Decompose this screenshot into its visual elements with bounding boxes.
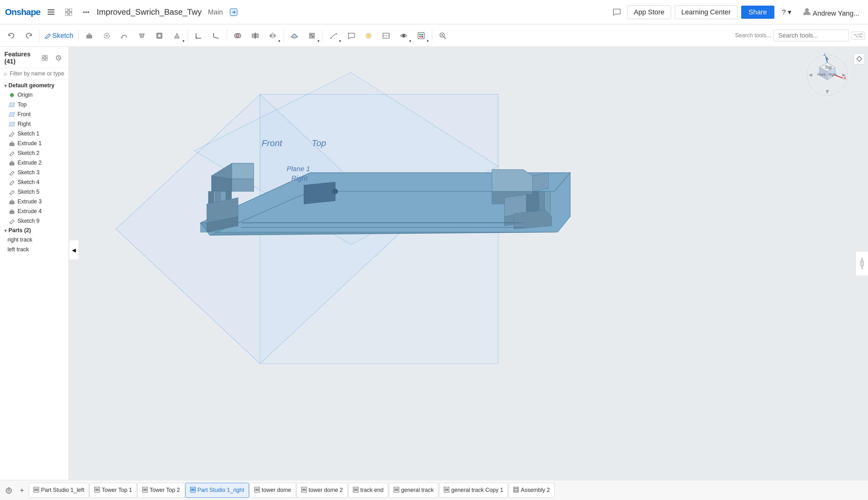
app-store-button[interactable]: App Store bbox=[627, 5, 671, 19]
svg-rect-122 bbox=[860, 261, 864, 266]
svg-line-57 bbox=[58, 58, 60, 58]
more-options-icon[interactable] bbox=[79, 5, 93, 19]
view-option-button-1[interactable] bbox=[854, 53, 865, 65]
toolbar-assembly-button[interactable]: ▾ bbox=[304, 27, 320, 44]
part-label-left-track: left track bbox=[8, 246, 29, 252]
feature-item-extrude3[interactable]: Extrude 3 bbox=[0, 197, 69, 206]
sidebar-collapse-toggle[interactable]: ◀ bbox=[69, 240, 79, 260]
feature-item-origin[interactable]: Origin bbox=[0, 90, 69, 100]
feature-item-front[interactable]: Front bbox=[0, 110, 69, 119]
feature-item-sketch9[interactable]: Sketch 9 bbox=[0, 216, 69, 226]
extrude-icon-3 bbox=[9, 199, 15, 205]
feature-item-top[interactable]: Top bbox=[0, 100, 69, 110]
section-parts[interactable]: ▾ Parts (2) bbox=[0, 226, 69, 235]
toolbar-fillet-button[interactable] bbox=[190, 27, 207, 44]
feature-label-sketch9: Sketch 9 bbox=[18, 218, 40, 224]
undo-button[interactable] bbox=[3, 27, 19, 44]
tab-general-track-copy-1[interactable]: general track Copy 1 bbox=[439, 483, 508, 498]
toolbar-plane-button[interactable] bbox=[286, 27, 302, 44]
feature-label-sketch5: Sketch 5 bbox=[18, 189, 40, 195]
toolbar-shell-button[interactable] bbox=[151, 27, 168, 44]
part-item-left-track[interactable]: left track bbox=[0, 245, 69, 254]
redo-button[interactable] bbox=[21, 27, 37, 44]
feature-item-sketch4[interactable]: Sketch 4 bbox=[0, 178, 69, 187]
grid-icon[interactable] bbox=[62, 5, 76, 19]
feature-item-right[interactable]: Right bbox=[0, 119, 69, 129]
svg-point-23 bbox=[236, 33, 241, 38]
toolbar-render-button[interactable] bbox=[360, 27, 377, 44]
svg-point-9 bbox=[87, 11, 89, 13]
chat-icon[interactable] bbox=[610, 5, 623, 19]
share-button[interactable]: Share bbox=[741, 5, 775, 19]
sketch-button[interactable]: Sketch bbox=[42, 27, 76, 44]
sync-icon[interactable] bbox=[227, 5, 241, 19]
tab-general-track[interactable]: general track bbox=[389, 483, 438, 498]
search-tools-input[interactable] bbox=[774, 30, 849, 41]
tab-tower-top-2[interactable]: Tower Top 2 bbox=[137, 483, 185, 498]
tab-icon-general-track-copy-1 bbox=[444, 487, 449, 494]
toolbar-loft-button[interactable] bbox=[134, 27, 150, 44]
viewport[interactable]: Front Top Plane 1 Right bbox=[69, 47, 868, 480]
right-panel-toggle[interactable] bbox=[856, 251, 868, 276]
tab-part-studio-right[interactable]: Part Studio 1_right bbox=[185, 483, 249, 498]
sidebar-icon-clock[interactable] bbox=[53, 52, 64, 64]
filter-input[interactable] bbox=[10, 70, 65, 77]
toolbar-chamfer-button[interactable] bbox=[208, 27, 224, 44]
svg-point-123 bbox=[8, 489, 10, 491]
help-button[interactable]: ? ▾ bbox=[778, 5, 795, 19]
toolbar-extrude-button[interactable] bbox=[81, 27, 97, 44]
section-default-geometry[interactable]: ▾ Default geometry bbox=[0, 81, 69, 90]
svg-marker-86 bbox=[304, 182, 335, 204]
feature-item-sketch2[interactable]: Sketch 2 bbox=[0, 148, 69, 158]
feature-item-sketch1[interactable]: Sketch 1 bbox=[0, 129, 69, 139]
tab-label-general-track-copy-1: general track Copy 1 bbox=[451, 487, 503, 493]
svg-marker-97 bbox=[514, 210, 552, 229]
toolbar-display-button[interactable]: ▾ bbox=[396, 27, 412, 44]
toolbar-measure-button[interactable]: ▾ bbox=[325, 27, 342, 44]
svg-point-38 bbox=[367, 34, 370, 37]
svg-rect-45 bbox=[419, 36, 421, 37]
toolbar-mirror-button[interactable]: ▾ bbox=[265, 27, 281, 44]
feature-item-extrude4[interactable]: Extrude 4 bbox=[0, 206, 69, 216]
toolbar-revolve-button[interactable] bbox=[99, 27, 115, 44]
toolbar-draft-button[interactable]: ▾ bbox=[169, 27, 185, 44]
tab-tower-dome-2[interactable]: tower dome 2 bbox=[297, 483, 347, 498]
hamburger-menu-button[interactable] bbox=[44, 5, 58, 19]
sidebar-icon-grid[interactable] bbox=[39, 52, 51, 64]
view-cube[interactable]: Top Right Front X Z bbox=[805, 53, 849, 97]
toolbar-comment-button[interactable] bbox=[343, 27, 359, 44]
toolbar-zoom-button[interactable] bbox=[435, 27, 451, 44]
feature-item-sketch5[interactable]: Sketch 5 bbox=[0, 187, 69, 197]
add-tab-button[interactable]: + bbox=[16, 484, 28, 497]
tab-assembly-2[interactable]: Assembly 2 bbox=[509, 483, 555, 498]
user-menu-button[interactable]: Andrew Yang... bbox=[799, 4, 863, 20]
svg-rect-144 bbox=[516, 488, 518, 489]
toolbar-split-button[interactable] bbox=[247, 27, 263, 44]
learning-center-button[interactable]: Learning Center bbox=[675, 5, 737, 19]
feature-item-extrude2[interactable]: Extrude 2 bbox=[0, 158, 69, 168]
search-shortcut: ⌥C bbox=[851, 32, 865, 39]
toolbar-boolean-button[interactable] bbox=[230, 27, 246, 44]
feature-item-extrude1[interactable]: Extrude 1 bbox=[0, 139, 69, 148]
part-item-right-track[interactable]: right track bbox=[0, 235, 69, 245]
tab-tower-dome[interactable]: tower dome bbox=[249, 483, 296, 498]
svg-line-58 bbox=[9, 136, 10, 137]
svg-rect-1 bbox=[48, 12, 55, 12]
svg-rect-46 bbox=[422, 36, 423, 37]
tab-track-end[interactable]: track end bbox=[348, 483, 388, 498]
feature-label-extrude4: Extrude 4 bbox=[18, 208, 42, 215]
bottom-settings-button[interactable] bbox=[2, 484, 15, 497]
toolbar-section-button[interactable] bbox=[378, 27, 394, 44]
tab-tower-top-1[interactable]: Tower Top 1 bbox=[90, 483, 137, 498]
section-label-parts: Parts (2) bbox=[9, 227, 31, 234]
svg-rect-43 bbox=[419, 34, 421, 35]
svg-line-116 bbox=[835, 75, 843, 78]
svg-rect-44 bbox=[422, 34, 423, 35]
tab-icon-general-track bbox=[393, 487, 399, 494]
feature-item-sketch3[interactable]: Sketch 3 bbox=[0, 168, 69, 178]
svg-rect-0 bbox=[48, 9, 55, 10]
toolbar-appearance-button[interactable]: ▾ bbox=[413, 27, 429, 44]
toolbar-sweep-button[interactable] bbox=[116, 27, 132, 44]
svg-marker-18 bbox=[140, 34, 144, 37]
tab-part-studio-left[interactable]: Part Studio 1_left bbox=[29, 483, 89, 498]
